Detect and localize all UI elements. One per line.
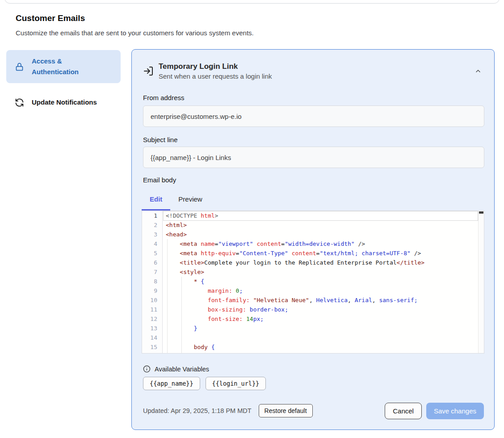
code-line[interactable]: font-size: 14px; — [163, 314, 478, 324]
tab-preview-label: Preview — [178, 195, 202, 203]
variable-chip[interactable]: {{login_url}} — [206, 377, 266, 390]
sidebar-item-access-authentication[interactable]: Access & Authentication — [6, 50, 121, 83]
panel-footer: Updated: Apr 29, 2025, 1:18 PM MDT Resto… — [143, 402, 484, 419]
code-line[interactable]: <!DOCTYPE html> — [163, 211, 478, 220]
code-line[interactable]: } — [163, 324, 478, 333]
login-icon — [143, 66, 154, 76]
tab-edit[interactable]: Edit — [142, 191, 170, 211]
page-title: Customer Emails — [16, 13, 85, 23]
sidebar-item-label: Update Notifications — [32, 97, 97, 108]
lock-icon — [15, 62, 24, 72]
variable-chips: {{app_name}}{{login_url}} — [143, 377, 266, 390]
line-number: 9 — [142, 286, 162, 295]
tab-preview[interactable]: Preview — [170, 191, 210, 211]
line-number: 2 — [142, 220, 162, 230]
line-number: 3 — [142, 230, 162, 239]
panel-subtitle: Sent when a user requests a login link — [159, 72, 272, 81]
updated-timestamp: Updated: Apr 29, 2025, 1:18 PM MDT — [143, 407, 252, 414]
code-line[interactable]: <title>Complete your login to the Replic… — [163, 258, 478, 267]
code-line[interactable]: <style> — [163, 267, 478, 277]
line-number: 5 — [142, 248, 162, 258]
chevron-up-icon — [475, 67, 482, 75]
page-subtitle: Customize the emails that are sent to yo… — [16, 29, 254, 37]
subject-line-input[interactable] — [143, 147, 484, 168]
from-address-label: From address — [143, 94, 185, 101]
email-body-code-editor[interactable]: 12345678910111213141516 <!DOCTYPE html><… — [142, 211, 484, 354]
code-line[interactable]: margin: 0; — [163, 286, 478, 295]
panel-title: Temporary Login Link — [159, 61, 272, 72]
line-number: 10 — [142, 295, 162, 305]
line-number: 6 — [142, 258, 162, 267]
code-line[interactable]: box-sizing: border-box; — [163, 305, 478, 314]
line-number: 8 — [142, 277, 162, 286]
subject-line-label: Subject line — [143, 136, 178, 143]
variable-chip[interactable]: {{app_name}} — [143, 377, 200, 390]
line-number: 7 — [142, 267, 162, 277]
temporary-login-link-panel: Temporary Login Link Sent when a user re… — [131, 49, 495, 430]
line-number: 16 — [142, 352, 162, 354]
info-icon — [143, 365, 151, 373]
line-number-gutter: 12345678910111213141516 — [142, 211, 163, 353]
code-line[interactable]: body { — [163, 342, 478, 352]
code-line[interactable]: <html> — [163, 220, 478, 230]
line-number: 1 — [142, 211, 162, 220]
available-variables-label: Available Variables — [155, 366, 209, 373]
email-body-tabs: Edit Preview — [142, 191, 210, 211]
line-number: 12 — [142, 314, 162, 324]
code-area[interactable]: <!DOCTYPE html><html><head> <meta name="… — [163, 211, 478, 353]
collapse-panel-button[interactable] — [475, 67, 482, 76]
sidebar-item-label: Access & Authentication — [32, 56, 99, 77]
sidebar-item-update-notifications[interactable]: Update Notifications — [6, 93, 121, 112]
line-number: 14 — [142, 333, 162, 342]
line-number: 15 — [142, 342, 162, 352]
refresh-icon — [15, 98, 24, 107]
restore-default-button[interactable]: Restore default — [259, 404, 313, 417]
previous-section-card-edge — [4, 0, 500, 4]
code-line[interactable]: <meta name="viewport" content="width=dev… — [163, 239, 478, 248]
from-address-input[interactable] — [143, 105, 484, 127]
code-line[interactable]: <head> — [163, 230, 478, 239]
line-number: 13 — [142, 324, 162, 333]
panel-header: Temporary Login Link Sent when a user re… — [143, 61, 272, 81]
save-changes-button[interactable]: Save changes — [426, 403, 484, 419]
editor-scrollbar[interactable] — [478, 211, 484, 353]
line-number: 11 — [142, 305, 162, 314]
code-line[interactable]: background-color: #f6f6f6; — [163, 352, 478, 353]
email-body-label: Email body — [143, 176, 176, 184]
tab-edit-label: Edit — [150, 195, 162, 203]
editor-scrollbar-thumb[interactable] — [479, 211, 483, 214]
cancel-button[interactable]: Cancel — [385, 403, 422, 419]
code-line[interactable]: font-family: "Helvetica Neue", Helvetica… — [163, 295, 478, 305]
code-line[interactable]: * { — [163, 277, 478, 286]
line-number: 4 — [142, 239, 162, 248]
code-line[interactable]: <meta http-equiv="Content-Type" content=… — [163, 248, 478, 258]
code-line[interactable] — [163, 333, 478, 342]
